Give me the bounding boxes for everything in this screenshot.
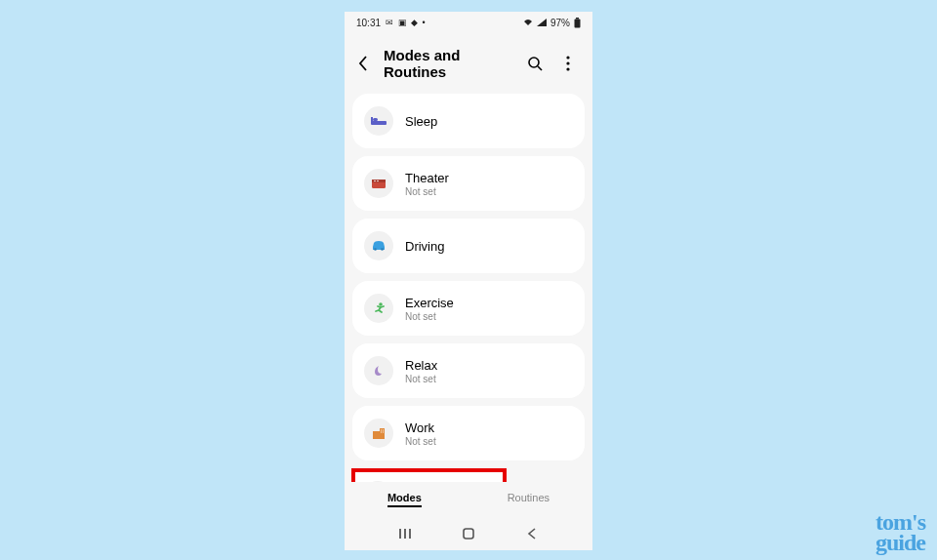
mode-label: Driving [405,239,444,254]
svg-rect-9 [373,118,378,121]
wifi-icon [523,19,533,26]
mode-item-theater[interactable]: Theater Not set [352,156,585,211]
svg-point-12 [374,180,376,182]
bottom-tabs: Modes Routines [345,482,592,517]
status-right: 97% [523,18,581,28]
svg-point-14 [374,248,377,251]
mode-item-sleep[interactable]: Sleep [352,94,585,148]
sleep-icon [364,106,393,136]
mode-sub: Not set [405,374,437,384]
svg-rect-8 [371,117,373,123]
svg-rect-21 [381,432,382,433]
svg-rect-19 [381,430,382,431]
recent-apps-button[interactable] [395,524,415,543]
svg-rect-18 [380,428,385,439]
add-mode-button[interactable]: Add mode [351,468,507,482]
svg-rect-17 [373,431,380,439]
mode-sub: Not set [405,436,436,447]
mode-item-exercise[interactable]: Exercise Not set [352,281,585,336]
status-left: 10:31 ✉ ▣ ◆ • [356,18,427,28]
page-title: Modes and Routines [384,47,512,80]
svg-rect-11 [372,180,386,182]
modes-list: Sleep Theater Not set Driving [345,94,592,482]
more-menu-button[interactable] [557,53,579,74]
battery-icon [574,18,581,28]
svg-rect-7 [371,121,387,125]
mode-item-driving[interactable]: Driving [352,219,585,273]
search-button[interactable] [524,53,546,74]
theater-icon [364,169,393,198]
mode-label: Sleep [405,114,437,129]
svg-rect-20 [383,430,384,431]
svg-point-4 [566,56,569,59]
work-icon [364,419,393,448]
mode-item-work[interactable]: Work Not set [352,406,585,460]
phone-frame: 10:31 ✉ ▣ ◆ • 97% Modes and Routines [345,12,592,550]
svg-point-15 [381,248,384,251]
signal-icon [537,19,547,26]
nav-back-button[interactable] [522,524,542,543]
svg-rect-0 [576,18,579,20]
app-header: Modes and Routines [345,33,592,94]
svg-line-3 [538,66,542,70]
mode-label: Work [405,420,436,435]
svg-rect-22 [383,432,384,433]
svg-point-6 [566,67,569,70]
mode-label: Relax [405,358,437,373]
svg-point-2 [529,58,539,67]
status-notif-icons: ✉ ▣ ◆ • [386,18,427,27]
svg-rect-28 [464,529,473,539]
svg-rect-1 [575,19,581,27]
relax-icon [364,356,393,385]
svg-point-16 [379,302,383,306]
tab-routines[interactable]: Routines [508,492,550,507]
mode-label: Exercise [405,296,454,310]
mode-label: Theater [405,171,449,185]
tab-modes[interactable]: Modes [387,492,422,507]
watermark-line2: guide [876,533,925,552]
mode-sub: Not set [405,186,449,197]
home-button[interactable] [459,524,478,543]
back-button[interactable] [354,55,372,72]
battery-text: 97% [550,18,570,28]
svg-point-13 [377,180,379,182]
mode-sub: Not set [405,311,454,322]
android-nav-bar [345,517,592,550]
exercise-icon [364,294,393,323]
driving-icon [364,231,393,260]
mode-item-relax[interactable]: Relax Not set [352,343,585,398]
status-bar: 10:31 ✉ ▣ ◆ • 97% [345,12,592,33]
status-time: 10:31 [356,18,381,28]
svg-point-5 [566,61,569,64]
watermark-logo: tom's guide [876,512,925,552]
